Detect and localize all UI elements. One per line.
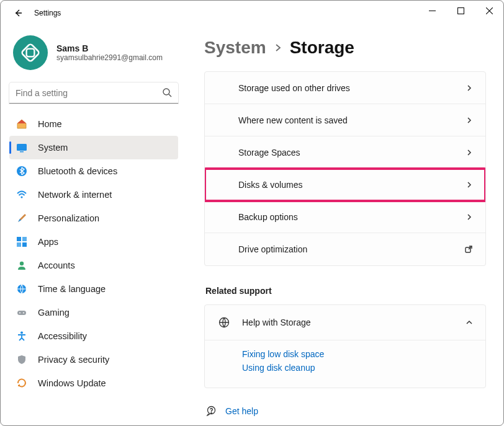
svg-point-12 <box>20 262 24 265</box>
help-card-toggle[interactable]: Help with Storage <box>205 305 485 340</box>
window-title: Settings <box>34 9 61 17</box>
breadcrumb-current: Storage <box>290 38 354 58</box>
gamepad-icon <box>16 306 28 319</box>
sidebar-item-gaming[interactable]: Gaming <box>9 301 178 324</box>
row-label: Where new content is saved <box>238 115 348 125</box>
related-support-heading: Related support <box>205 286 486 296</box>
sidebar-item-label: Gaming <box>38 308 70 317</box>
svg-rect-4 <box>17 144 27 151</box>
sidebar-item-update[interactable]: Windows Update <box>9 371 178 395</box>
sidebar-item-apps[interactable]: Apps <box>9 230 178 254</box>
svg-rect-9 <box>22 237 27 241</box>
help-card: Help with Storage Fixing low disk space … <box>204 304 486 388</box>
back-button[interactable] <box>11 8 25 18</box>
sidebar-item-accounts[interactable]: Accounts <box>9 254 178 277</box>
globe-clock-icon <box>16 283 28 295</box>
sidebar: Sams B syamsulbahrie2991@gmail.com Home … <box>1 25 187 425</box>
sidebar-item-accessibility[interactable]: Accessibility <box>9 324 178 348</box>
row-where-content-saved[interactable]: Where new content is saved <box>205 104 485 136</box>
sidebar-item-label: Home <box>38 119 62 129</box>
row-storage-spaces[interactable]: Storage Spaces <box>205 136 485 169</box>
sidebar-item-bluetooth[interactable]: Bluetooth & devices <box>9 159 178 183</box>
globe-icon <box>217 316 231 329</box>
get-help-link[interactable]: Get help <box>204 406 486 416</box>
storage-settings-list: Storage used on other drives Where new c… <box>204 71 486 266</box>
system-icon <box>16 141 28 154</box>
sidebar-item-label: Apps <box>38 237 58 247</box>
sidebar-item-home[interactable]: Home <box>9 112 178 136</box>
svg-rect-10 <box>17 242 21 247</box>
sidebar-item-label: Windows Update <box>38 378 106 388</box>
nav-list: Home System Bluetooth & devices Network … <box>9 112 178 395</box>
maximize-button[interactable] <box>446 1 475 20</box>
sidebar-item-system[interactable]: System <box>9 136 178 159</box>
row-label: Storage used on other drives <box>238 83 350 93</box>
shield-icon <box>16 353 28 366</box>
window-controls <box>418 1 503 20</box>
profile-name: Sams B <box>56 43 163 53</box>
sidebar-item-label: Accessibility <box>38 331 87 341</box>
get-help-label: Get help <box>225 406 258 416</box>
help-link-disk-cleanup[interactable]: Using disk cleanup <box>242 363 473 373</box>
sidebar-item-personalization[interactable]: Personalization <box>9 206 178 230</box>
breadcrumb: System Storage <box>204 38 486 58</box>
svg-point-16 <box>23 313 24 314</box>
svg-point-7 <box>20 196 22 198</box>
avatar-knot-icon <box>20 42 41 63</box>
help-link-low-disk-space[interactable]: Fixing low disk space <box>242 349 473 359</box>
svg-point-3 <box>163 89 169 95</box>
close-button[interactable] <box>475 1 503 20</box>
maximize-icon <box>457 7 464 14</box>
row-label: Drive optimization <box>238 244 307 254</box>
sidebar-item-label: Time & language <box>38 284 106 294</box>
sidebar-item-label: Bluetooth & devices <box>38 166 117 176</box>
chevron-right-icon <box>466 181 473 189</box>
svg-point-17 <box>20 332 23 334</box>
brush-icon <box>16 212 28 224</box>
avatar <box>13 35 48 70</box>
titlebar: Settings <box>1 1 503 25</box>
close-icon <box>486 7 493 14</box>
minimize-icon <box>429 7 436 14</box>
chevron-up-icon <box>466 319 473 326</box>
bluetooth-icon <box>16 165 28 177</box>
row-drive-optimization[interactable]: Drive optimization <box>205 233 485 265</box>
chevron-right-icon <box>466 149 473 156</box>
row-label: Backup options <box>238 212 298 222</box>
chevron-right-icon <box>274 43 282 52</box>
row-storage-other-drives[interactable]: Storage used on other drives <box>205 72 485 104</box>
chevron-right-icon <box>466 213 473 221</box>
sidebar-item-label: Personalization <box>38 213 99 223</box>
help-chat-icon <box>205 406 217 416</box>
sidebar-item-label: Accounts <box>38 260 75 270</box>
svg-point-21 <box>210 412 211 413</box>
profile-block[interactable]: Sams B syamsulbahrie2991@gmail.com <box>9 32 178 79</box>
search-icon <box>162 87 172 97</box>
svg-point-15 <box>19 313 20 314</box>
svg-rect-5 <box>20 151 24 153</box>
sidebar-item-label: Privacy & security <box>38 355 109 365</box>
chevron-right-icon <box>466 117 473 124</box>
svg-rect-11 <box>22 242 27 247</box>
home-icon <box>16 118 28 130</box>
sidebar-item-network[interactable]: Network & internet <box>9 183 178 206</box>
svg-rect-2 <box>27 49 35 57</box>
help-card-title: Help with Storage <box>242 317 311 327</box>
row-label: Disks & volumes <box>238 180 302 190</box>
sidebar-item-privacy[interactable]: Privacy & security <box>9 348 178 371</box>
external-link-icon <box>464 245 473 254</box>
search-input[interactable] <box>9 82 178 104</box>
svg-rect-8 <box>17 237 21 241</box>
svg-rect-14 <box>17 311 26 315</box>
help-card-body: Fixing low disk space Using disk cleanup <box>205 340 485 388</box>
search-box <box>9 82 178 104</box>
breadcrumb-parent[interactable]: System <box>204 38 266 58</box>
sidebar-item-time[interactable]: Time & language <box>9 277 178 301</box>
row-backup-options[interactable]: Backup options <box>205 201 485 233</box>
main-content: System Storage Storage used on other dri… <box>187 25 503 425</box>
minimize-button[interactable] <box>418 1 446 20</box>
row-disks-volumes[interactable]: Disks & volumes <box>205 169 485 201</box>
person-icon <box>16 259 28 272</box>
profile-email: syamsulbahrie2991@gmail.com <box>56 53 163 62</box>
arrow-left-icon <box>13 8 23 18</box>
